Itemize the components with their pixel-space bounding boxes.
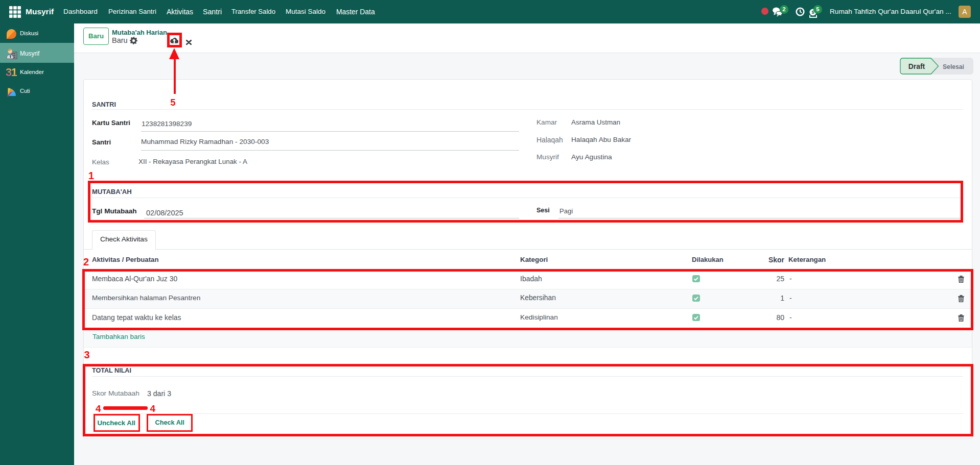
svg-text:Selesai: Selesai — [943, 63, 964, 70]
svg-text:Draft: Draft — [908, 62, 925, 70]
